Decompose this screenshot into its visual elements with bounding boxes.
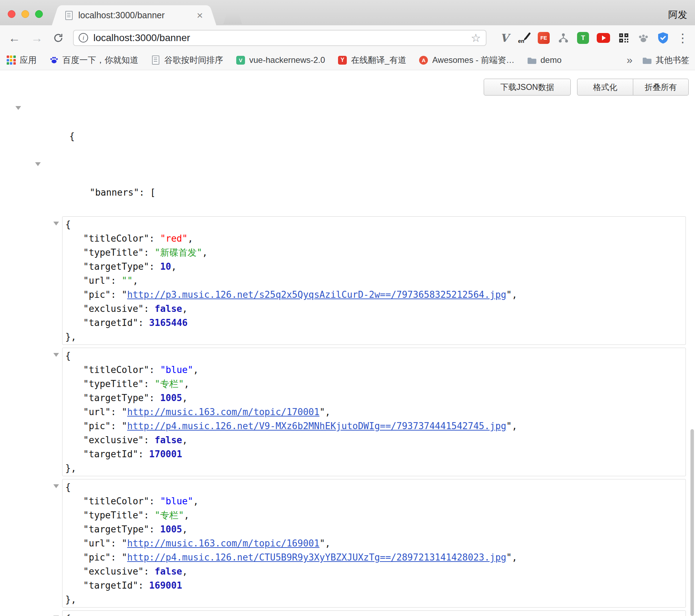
paw-icon[interactable] bbox=[637, 32, 649, 44]
comma: , bbox=[512, 552, 517, 563]
json-open-brace: { bbox=[62, 480, 686, 494]
address-bar[interactable]: i localhost:3000/banner ☆ bbox=[73, 30, 486, 46]
json-property: "exclusive": false, bbox=[62, 564, 686, 578]
json-string-value: "新碟首发" bbox=[155, 247, 202, 258]
json-boolean-value: false bbox=[155, 435, 182, 445]
bookmark-item[interactable]: 应用 bbox=[6, 54, 37, 66]
json-open-brace: { bbox=[62, 349, 686, 363]
bookmark-label: 应用 bbox=[20, 54, 37, 66]
collapse-toggle-icon[interactable] bbox=[15, 106, 21, 110]
json-property: "pic": "http://p4.music.126.net/V9-MXz6b… bbox=[62, 419, 686, 433]
format-button-group: 格式化 折叠所有 bbox=[577, 79, 689, 96]
collapse-toggle-icon[interactable] bbox=[53, 222, 59, 225]
window-close-button[interactable] bbox=[8, 10, 15, 18]
new-tab-button[interactable] bbox=[223, 12, 242, 24]
json-key: "typeTitle" bbox=[83, 247, 144, 258]
paw-glyph bbox=[638, 32, 649, 44]
collapse-toggle-icon[interactable] bbox=[53, 353, 59, 357]
json-key: "exclusive" bbox=[83, 435, 144, 445]
json-object-box: {"titleColor": "blue","typeTitle": "专栏",… bbox=[62, 348, 686, 476]
bookmark-item[interactable]: demo bbox=[527, 55, 562, 65]
other-bookmarks[interactable]: 其他书签 bbox=[642, 54, 689, 66]
page-icon bbox=[151, 55, 160, 65]
bookmark-star-icon[interactable]: ☆ bbox=[471, 32, 481, 44]
youtube-icon[interactable] bbox=[597, 33, 610, 43]
bookmark-item[interactable]: Vvue-hackernews-2.0 bbox=[236, 55, 325, 65]
colon: : bbox=[111, 275, 121, 286]
json-key: "pic" bbox=[83, 421, 111, 431]
comma: , bbox=[512, 421, 517, 431]
tab-title: localhost:3000/banner bbox=[78, 10, 194, 20]
json-key: "targetType" bbox=[83, 393, 149, 403]
json-number-value: 10 bbox=[160, 261, 171, 272]
format-button[interactable]: 格式化 bbox=[577, 79, 633, 96]
colon: : bbox=[111, 407, 121, 417]
page-glyph bbox=[152, 55, 159, 65]
scrollbar-thumb[interactable] bbox=[690, 429, 694, 616]
download-json-button[interactable]: 下载JSON数据 bbox=[484, 79, 571, 96]
json-close-brace: }, bbox=[62, 461, 686, 475]
org-chart-icon[interactable] bbox=[557, 32, 569, 44]
back-button[interactable]: ← bbox=[8, 32, 20, 44]
json-boolean-value: false bbox=[155, 303, 182, 314]
url-text[interactable]: localhost:3000/banner bbox=[93, 32, 471, 44]
collapse-all-button[interactable]: 折叠所有 bbox=[633, 79, 689, 96]
grid-cell bbox=[13, 59, 16, 61]
json-array-items: {"titleColor": "red","typeTitle": "新碟首发"… bbox=[0, 216, 695, 616]
shield-check-icon[interactable] bbox=[657, 32, 669, 44]
colon: : bbox=[144, 566, 154, 577]
json-close-brace: }, bbox=[62, 330, 686, 344]
bookmark-label: 在线翻译_有道 bbox=[351, 54, 406, 66]
comma: , bbox=[182, 524, 188, 535]
bookmark-item[interactable]: Y在线翻译_有道 bbox=[338, 54, 406, 66]
window-zoom-button[interactable] bbox=[35, 10, 43, 18]
colon: : bbox=[111, 289, 121, 300]
forward-button[interactable]: → bbox=[31, 32, 43, 44]
shield-check-glyph bbox=[658, 32, 668, 44]
collapse-toggle-icon[interactable] bbox=[53, 484, 59, 488]
json-toolbar: 下载JSON数据 格式化 折叠所有 bbox=[484, 79, 689, 96]
json-open-brace: { bbox=[62, 611, 686, 616]
bookmark-item[interactable]: 谷歌按时间排序 bbox=[151, 54, 223, 66]
browser-menu-icon[interactable]: ⋮ bbox=[677, 32, 689, 44]
collapse-toggle-icon[interactable] bbox=[35, 162, 41, 166]
json-url-link[interactable]: http://music.163.com/m/topic/169001 bbox=[127, 538, 319, 549]
open-brace: { bbox=[65, 350, 71, 361]
icon-glyph: Y bbox=[338, 56, 347, 65]
bookmark-item[interactable]: AAwesomes - 前端资… bbox=[419, 54, 514, 66]
comma: , bbox=[202, 247, 208, 258]
json-key: "pic" bbox=[83, 289, 111, 300]
json-url-link[interactable]: http://p4.music.126.net/CTU5B9R9y3XyYBZX… bbox=[127, 552, 506, 563]
traffic-lights bbox=[8, 10, 43, 18]
colon: : bbox=[138, 449, 149, 459]
green-badge-icon[interactable]: T bbox=[577, 32, 589, 44]
json-key: "exclusive" bbox=[83, 303, 144, 314]
fehelper-icon[interactable]: FE bbox=[538, 32, 550, 44]
open-brace: { bbox=[65, 219, 71, 230]
window-minimize-button[interactable] bbox=[21, 10, 29, 18]
bookmarks-overflow-icon[interactable]: » bbox=[627, 55, 633, 65]
bookmark-label: 百度一下，你就知道 bbox=[62, 54, 138, 66]
json-key: "targetId" bbox=[83, 317, 138, 328]
bookmark-item[interactable]: 百度一下，你就知道 bbox=[49, 54, 138, 66]
colon: : bbox=[111, 421, 121, 431]
page-info-icon[interactable]: i bbox=[79, 33, 88, 42]
json-property: "url": "http://music.163.com/m/topic/170… bbox=[62, 405, 686, 419]
profile-name[interactable]: 阿发 bbox=[668, 8, 687, 21]
reload-button[interactable] bbox=[53, 32, 64, 44]
folder-glyph bbox=[527, 56, 537, 64]
browser-tab[interactable]: localhost:3000/banner × bbox=[60, 5, 208, 25]
json-url-link[interactable]: http://p3.music.126.net/s25q2x5QyqsAzilC… bbox=[127, 289, 506, 300]
json-property: "targetId": 170001 bbox=[62, 447, 686, 461]
qrcode-icon[interactable] bbox=[618, 32, 630, 44]
tab-close-icon[interactable]: × bbox=[197, 10, 203, 21]
translate-pen-icon[interactable]: en bbox=[518, 32, 530, 44]
json-number-value: 1005 bbox=[160, 393, 182, 403]
comma: , bbox=[182, 303, 188, 314]
json-url-link[interactable]: http://p4.music.126.net/V9-MXz6b2MNhEKju… bbox=[127, 421, 506, 431]
json-boolean-value: false bbox=[155, 566, 182, 577]
json-root-open: { bbox=[25, 101, 695, 157]
youdao-icon: Y bbox=[338, 55, 347, 65]
v-gesture-icon[interactable]: V bbox=[498, 32, 510, 44]
json-url-link[interactable]: http://music.163.com/m/topic/170001 bbox=[127, 407, 319, 417]
